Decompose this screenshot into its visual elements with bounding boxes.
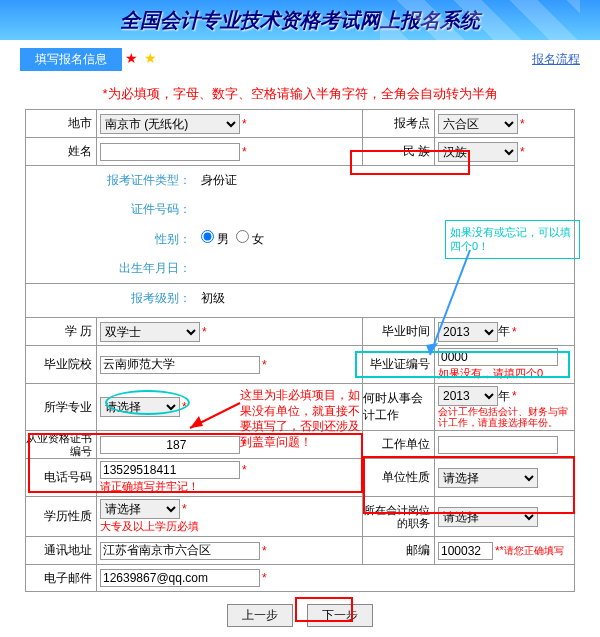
- exam-point-label: 报考点: [363, 110, 435, 137]
- postcode-tip: *请您正确填写: [500, 544, 564, 558]
- grad-time-label: 毕业时间: [363, 318, 435, 345]
- required-icon: *: [242, 463, 247, 477]
- required-icon: *: [262, 358, 267, 372]
- banner: 全国会计专业技术资格考试网上报名系统: [0, 0, 600, 40]
- name-input[interactable]: [100, 143, 240, 161]
- gender-male-radio[interactable]: 男: [201, 230, 229, 248]
- region-label: 地市: [25, 110, 97, 137]
- required-icon: *: [182, 400, 187, 414]
- required-icon: *: [262, 571, 267, 585]
- required-icon: *: [512, 325, 517, 339]
- cert-no-label: 毕业证编号: [363, 346, 435, 383]
- school-label: 毕业院校: [25, 346, 97, 383]
- region-select[interactable]: 南京市 (无纸化): [100, 114, 240, 134]
- breadcrumb-bar: 填写报名信息 ★ ★ 报名流程: [0, 40, 600, 79]
- education-label: 学 历: [25, 318, 97, 345]
- postcode-input[interactable]: [438, 542, 493, 560]
- unit-type-label: 单位性质: [363, 459, 435, 496]
- position-label: 所在会计岗位的职务: [363, 497, 435, 536]
- phone-input[interactable]: [100, 461, 240, 479]
- grad-time-select[interactable]: 2013: [438, 322, 498, 342]
- postcode-label: 邮编: [363, 537, 435, 564]
- major-select[interactable]: 请选择: [100, 397, 180, 417]
- id-type-label: 报考证件类型：: [51, 172, 191, 189]
- phone-tip: 请正确填写并牢记！: [100, 479, 359, 494]
- star-icon: ★: [125, 50, 138, 66]
- work-time-tip: 会计工作包括会计、财务与审计工作，请直接选择年份。: [438, 406, 571, 428]
- cert-no-input[interactable]: [438, 348, 558, 366]
- edu-type-select[interactable]: 请选择: [100, 499, 180, 519]
- exam-level-value: 初级: [201, 290, 225, 307]
- edu-type-label: 学历性质: [25, 497, 97, 536]
- name-label: 姓名: [25, 138, 97, 165]
- education-select[interactable]: 双学士: [100, 322, 200, 342]
- qual-cert-label: 从业资格证书编号: [25, 431, 97, 458]
- required-icon: *: [520, 145, 525, 159]
- gender-female-radio[interactable]: 女: [236, 230, 264, 248]
- process-link[interactable]: 报名流程: [532, 51, 580, 68]
- edu-type-tip: 大专及以上学历必填: [100, 519, 359, 534]
- unit-type-select[interactable]: 请选择: [438, 468, 538, 488]
- ethnic-label: 民 族: [363, 138, 435, 165]
- required-icon: *: [262, 544, 267, 558]
- id-type-value: 身份证: [201, 172, 237, 189]
- qual-cert-input[interactable]: [100, 436, 240, 454]
- work-time-label: 何时从事会计工作: [363, 384, 435, 430]
- gender-label: 性别：: [51, 231, 191, 248]
- school-input[interactable]: [100, 356, 260, 374]
- instruction-text: *为必填项，字母、数字、空格请输入半角字符，全角会自动转为半角: [0, 79, 600, 109]
- prev-button[interactable]: 上一步: [227, 604, 293, 627]
- breadcrumb: 填写报名信息: [20, 48, 122, 71]
- ethnic-select[interactable]: 汉族: [438, 142, 518, 162]
- work-unit-input[interactable]: [438, 436, 558, 454]
- annotation-major-tip: 这里为非必填项目，如果没有单位，就直接不要填写了，否则还涉及到盖章问题！: [240, 388, 370, 450]
- star-icon: ★: [144, 50, 157, 66]
- required-icon: *: [182, 502, 187, 516]
- required-icon: *: [520, 117, 525, 131]
- exam-point-select[interactable]: 六合区: [438, 114, 518, 134]
- work-time-select[interactable]: 2013: [438, 386, 498, 406]
- position-select[interactable]: 请选择: [438, 507, 538, 527]
- required-icon: *: [242, 145, 247, 159]
- cert-no-tip: 如果没有，请填四个0: [438, 366, 543, 381]
- required-icon: *: [202, 325, 207, 339]
- required-icon: *: [512, 389, 517, 403]
- banner-title: 全国会计专业技术资格考试网上报名系统: [120, 7, 480, 34]
- email-label: 电子邮件: [25, 565, 97, 591]
- address-label: 通讯地址: [25, 537, 97, 564]
- exam-level-label: 报考级别：: [51, 290, 191, 307]
- next-button[interactable]: 下一步: [307, 604, 373, 627]
- birth-label: 出生年月日：: [51, 260, 191, 277]
- id-no-label: 证件号码：: [51, 201, 191, 218]
- work-unit-label: 工作单位: [363, 431, 435, 458]
- major-label: 所学专业: [25, 384, 97, 430]
- email-input[interactable]: [100, 569, 260, 587]
- address-input[interactable]: [100, 542, 260, 560]
- phone-label: 电话号码: [25, 459, 97, 496]
- annotation-cert-tip: 如果没有或忘记，可以填四个0！: [445, 220, 580, 259]
- required-icon: *: [242, 117, 247, 131]
